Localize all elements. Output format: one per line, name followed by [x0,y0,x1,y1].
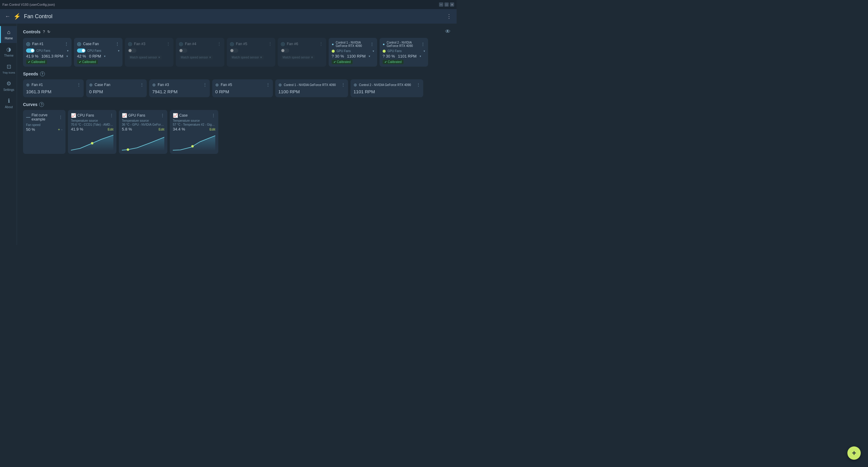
main-content: Controls ? ↻ 👁 ◎ Fan #1 ⋮ CPU Fans [17,24,457,245]
gpu-curve-menu[interactable]: ⋮ [161,113,164,118]
controls-help-icon[interactable]: ? [43,30,45,34]
sidebar-item-about[interactable]: ℹ About [0,95,17,112]
speeds-label: Speeds [23,71,38,76]
casefan-menu[interactable]: ⋮ [115,41,120,46]
curves-cards-row: — Flat curve example ⋮ Fan speed 50 % + … [23,110,451,154]
ctrl2-pct: ? 30 % [382,54,395,59]
fan4-toggle[interactable] [179,48,187,53]
ctrl-card-ctrl1: ● Control 1 - NVIDIA GeForce RTX 4090 ⋮ … [329,38,377,67]
case-curve-edit[interactable]: Edit [210,128,215,131]
back-button[interactable]: ← [5,13,10,20]
tray-icon: ⊡ [7,63,11,70]
minimize-button[interactable]: ─ [439,2,443,7]
fan1-menu[interactable]: ⋮ [64,41,68,46]
fan6-toggle[interactable] [281,48,289,53]
curves-label: Curves [23,102,37,107]
controls-refresh-icon[interactable]: ↻ [47,30,50,34]
fan1-rpm: 1061.3 RPM [41,54,63,59]
sidebar-item-home[interactable]: ⌂ Home [0,26,17,43]
sidebar-item-tray[interactable]: ⊡ Tray Icons [0,60,17,77]
header-menu-button[interactable]: ⋮ [446,13,452,20]
ctrl2-status: ✔Calibrated [382,60,404,64]
gpu-curve-name: GPU Fans [128,113,145,118]
flat-speed-minus[interactable]: - [61,128,62,132]
case-temp-label: Temperature source [173,119,215,122]
controls-eye-icon[interactable]: 👁 [445,29,451,35]
casefan-pct: 42 % [77,54,86,59]
sfan5-menu[interactable]: ⋮ [266,83,270,87]
ctrl1-menu[interactable]: ⋮ [370,42,374,47]
scasefan-menu[interactable]: ⋮ [140,83,144,87]
curve-card-gpu: 📈 GPU Fans ⋮ Temperature source 36 °C - … [119,110,167,154]
sfan3-value: 7941.2 RPM [152,89,177,94]
cpu-curve-menu[interactable]: ⋮ [110,113,114,118]
sfan3-name: Fan #3 [158,83,169,87]
speed-card-ctrl1: ⊕ Control 1 - NVIDIA GeForce RTX 4090 ⋮ … [275,79,348,97]
fan6-status: Match speed sensor✕ [281,55,315,60]
ctrl1-icon: ● [332,42,334,46]
gpu-curve-chart [122,133,164,151]
cpu-curve-chart [71,133,114,151]
close-button[interactable]: ✕ [450,2,454,7]
ctrl-card-fan4: ◎ Fan #4 ⋮ Match speed sensor✕ [176,38,224,67]
gpu-temp-label: Temperature source [122,119,164,122]
fan3-menu[interactable]: ⋮ [166,41,170,46]
sctrl1-name: Control 1 - NVIDIA GeForce RTX 4090 [284,83,336,87]
ctrl2-curve-arrow: ▾ [424,49,425,53]
ctrl1-pct: ? 30 % [332,54,344,59]
speed-card-fan3: ⊕ Fan #3 ⋮ 7941.2 RPM [149,79,210,97]
fan4-menu[interactable]: ⋮ [217,41,221,46]
flat-curve-header: — Flat curve example ⋮ [26,113,62,122]
cpu-curve-edit[interactable]: Edit [107,128,114,131]
casefan-status: ✔Calibrated [77,60,98,64]
fan1-curve-arrow: ▾ [67,49,68,53]
sctrl1-menu[interactable]: ⋮ [341,83,345,87]
cpu-curve-name: CPU Fans [77,113,94,118]
casefan-toggle[interactable] [77,48,86,53]
fan5-toggle[interactable] [230,48,238,53]
sidebar-item-settings[interactable]: ⚙ Settings [0,77,17,95]
app-title: Fan Control [24,13,53,20]
fan3-toggle[interactable] [128,48,136,53]
fan5-menu[interactable]: ⋮ [268,41,272,46]
sctrl2-menu[interactable]: ⋮ [416,83,420,87]
case-curve-menu[interactable]: ⋮ [212,113,215,118]
ctrl2-rpm: 1101 RPM [398,54,416,59]
fan1-pct: 41.9 % [26,54,38,59]
app-icon: ⚡ [13,13,21,20]
sfan5-icon: ⊕ [215,82,219,87]
sctrl1-icon: ⊕ [278,82,282,87]
fan3-status: Match speed sensor✕ [128,55,162,60]
gpu-curve-edit[interactable]: Edit [159,128,164,131]
casefan-curve-arrow: ▾ [118,49,120,53]
flat-curve-menu[interactable]: ⋮ [59,115,62,119]
curve-card-flat: — Flat curve example ⋮ Fan speed 50 % + … [23,110,65,154]
ctrl-card-fan3: ◎ Fan #3 ⋮ Match speed sensor✕ [125,38,174,67]
sctrl2-icon: ⊕ [353,82,357,87]
fan1-rpm-arrow: ▾ [66,55,68,58]
speeds-help-icon[interactable]: ? [40,71,45,76]
about-icon: ℹ [8,98,10,104]
speed-card-casefan: ⊕ Case Fan ⋮ 0 RPM [86,79,147,97]
maximize-button[interactable]: □ [444,2,449,7]
ctrl2-menu[interactable]: ⋮ [421,42,425,47]
curves-help-icon[interactable]: ? [39,102,44,107]
fan6-menu[interactable]: ⋮ [319,41,323,46]
fan1-toggle[interactable] [26,48,35,53]
cpu-temp-source: 70.6 °C - CCD1 (Tdie) - AMD Ryze... [71,123,114,126]
sidebar: ⌂ Home ◑ Theme ⊡ Tray Icons ⚙ Settings ℹ… [0,24,17,245]
flat-speed-add[interactable]: + [58,128,60,132]
ctrl-card-fan6: ◎ Fan #6 ⋮ Match speed sensor✕ [278,38,326,67]
fan3-name: Fan #3 [134,42,145,46]
sfan5-name: Fan #5 [221,83,232,87]
speed-card-ctrl2: ⊕ Control 2 - NVIDIA GeForce RTX 4090 ⋮ … [350,79,423,97]
case-curve-pct: 34.4 % [173,127,185,131]
title-bar-text: Fan Control V193 (userConfig.json) [2,3,55,6]
sfan3-menu[interactable]: ⋮ [203,83,207,87]
speed-card-fan1: ⊕ Fan #1 ⋮ 1061.3 RPM [23,79,84,97]
curve-card-cpu: 📈 CPU Fans ⋮ Temperature source 70.6 °C … [68,110,117,154]
sidebar-item-theme[interactable]: ◑ Theme [0,43,17,60]
sfan1-menu[interactable]: ⋮ [77,83,81,87]
sfan3-icon: ⊕ [152,82,156,87]
controls-section-header: Controls ? ↻ 👁 [23,29,451,35]
